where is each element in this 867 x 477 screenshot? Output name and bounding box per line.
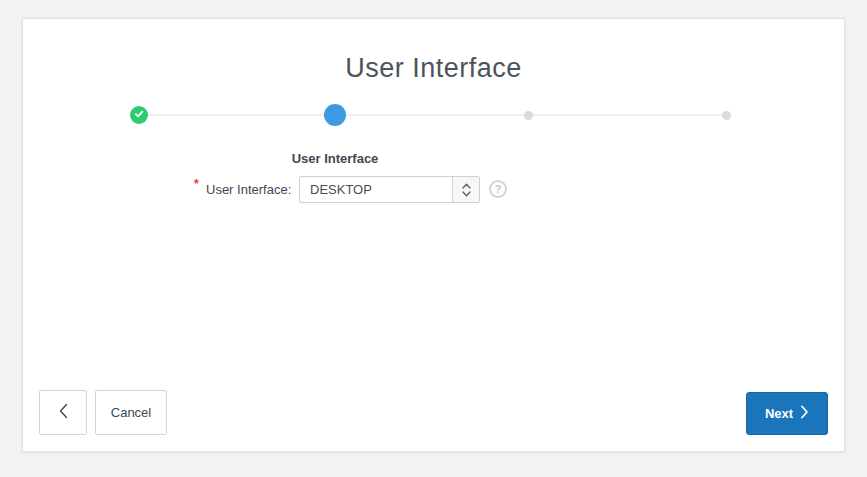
step-pending-node <box>524 111 533 120</box>
step-pending-node <box>722 111 731 120</box>
chevron-right-icon <box>800 405 809 422</box>
current-step-label: User Interface <box>265 151 405 166</box>
user-interface-select[interactable]: DESKTOP <box>299 176 480 203</box>
required-marker: * <box>194 177 199 191</box>
check-icon <box>133 106 145 124</box>
step-current-node <box>324 104 346 126</box>
updown-chevrons-icon[interactable] <box>452 177 479 202</box>
next-button[interactable]: Next <box>746 392 828 435</box>
help-icon[interactable]: ? <box>489 180 507 198</box>
step-complete-node <box>130 106 148 124</box>
stepper-track <box>139 114 727 116</box>
page-title: User Interface <box>23 53 844 84</box>
wizard-dialog: User Interface User Interface * User Int… <box>22 18 845 452</box>
back-button[interactable] <box>39 390 87 435</box>
next-button-label: Next <box>765 406 793 421</box>
chevron-left-icon <box>57 402 70 423</box>
user-interface-field-label: User Interface: <box>206 182 291 197</box>
cancel-button[interactable]: Cancel <box>95 390 167 435</box>
user-interface-select-value: DESKTOP <box>300 177 452 202</box>
